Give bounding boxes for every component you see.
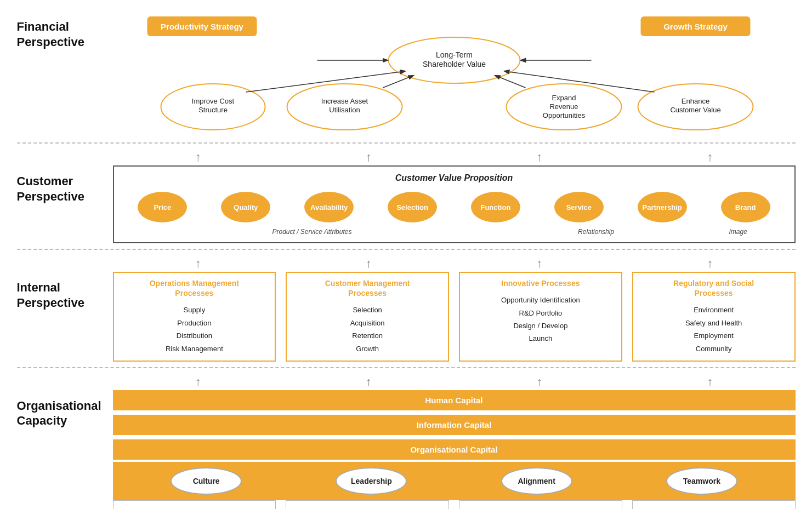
org-capital-bar: Organisational Capital: [113, 439, 796, 460]
internal-label: Internal Perspective: [17, 280, 107, 310]
customer-box-title: Customer Value Proposition: [123, 173, 786, 183]
oval-quality: Quality: [221, 192, 270, 222]
oval-partnership: Partnership: [638, 192, 687, 222]
up-arrow-9: ↑: [195, 375, 201, 389]
financial-label-col: Financial Perspective: [17, 11, 113, 137]
org-col-boxes: [113, 500, 796, 509]
up-arrow-3: ↑: [536, 150, 542, 164]
gap-cust-int: ↑ ↑ ↑ ↑: [17, 255, 796, 272]
org-oval-row: Culture Leadership Alignment Teamwork: [113, 462, 796, 500]
cust-mgmt-items: SelectionAcquisitionRetentionGrowth: [293, 304, 441, 355]
growth-strategy-label: Growth Strategy: [663, 22, 728, 31]
up-arrow-10: ↑: [366, 375, 372, 389]
oval-asset-label: Increase Asset: [321, 97, 368, 105]
oval-leadership: Leadership: [336, 467, 407, 495]
internal-label-col: Internal Perspective: [17, 272, 113, 362]
oval-cost-label: Improve Cost: [191, 97, 234, 105]
oval-brand: Brand: [721, 192, 770, 222]
oval-enhance-label: Enhance: [681, 97, 709, 105]
svg-line-17: [495, 76, 525, 88]
org-col-box-3: [459, 500, 622, 509]
up-arrow-7: ↑: [536, 256, 542, 271]
up-arrow-5: ↑: [195, 256, 201, 271]
financial-main: Productivity Strategy Growth Strategy Lo…: [113, 11, 796, 137]
customer-label: Customer Perspective: [17, 174, 107, 204]
innovative-items: Opportunity IdentificationR&D PortfolioD…: [467, 294, 615, 345]
productivity-strategy-label: Productivity Strategy: [161, 22, 244, 31]
oval-price: Price: [138, 192, 187, 222]
svg-text:Revenue: Revenue: [549, 102, 578, 111]
up-arrow-1: ↑: [195, 150, 201, 164]
divider-3: [17, 367, 796, 368]
oval-expand-label: Expand: [552, 94, 576, 102]
internal-section: Internal Perspective Operations Manageme…: [17, 272, 796, 362]
up-arrow-2: ↑: [366, 150, 372, 164]
regulatory-title: Regulatory and SocialProcesses: [640, 278, 788, 298]
gap-content-3: ↑ ↑ ↑ ↑: [113, 374, 796, 390]
gap-fin-cust: ↑ ↑ ↑ ↑: [17, 149, 796, 165]
gap-content-2: ↑ ↑ ↑ ↑: [113, 255, 796, 272]
innovative-title: Innovative Processes: [467, 278, 615, 288]
org-main: Human Capital Information Capital Organi…: [113, 390, 796, 509]
regulatory-items: EnvironmentSafety and HealthEmploymentCo…: [640, 304, 788, 355]
oval-labels: Product / Service Attributes Relationshi…: [123, 228, 786, 236]
regulatory-box: Regulatory and SocialProcesses Environme…: [632, 272, 796, 362]
up-arrow-6: ↑: [366, 256, 372, 271]
financial-svg: Productivity Strategy Growth Strategy Lo…: [113, 11, 796, 137]
org-capital-wrapper: Organisational Capital Culture Leadershi…: [113, 439, 796, 500]
oval-alignment: Alignment: [501, 467, 572, 495]
gap-content-1: ↑ ↑ ↑ ↑: [113, 149, 796, 165]
internal-boxes: Operations ManagementProcesses SupplyPro…: [113, 272, 796, 362]
internal-main: Operations ManagementProcesses SupplyPro…: [113, 272, 796, 362]
cust-mgmt-box: Customer ManagementProcesses SelectionAc…: [286, 272, 449, 362]
svg-text:Customer Value: Customer Value: [670, 106, 720, 114]
human-capital-bar: Human Capital: [113, 390, 796, 410]
innovative-box: Innovative Processes Opportunity Identif…: [459, 272, 622, 362]
diagram-wrapper: Financial Perspective Productivity Strat…: [0, 0, 812, 509]
svg-text:Utilisation: Utilisation: [329, 106, 360, 114]
org-section: Organisational Capacity Human Capital In…: [17, 390, 796, 509]
up-arrow-11: ↑: [536, 375, 542, 389]
org-col-box-4: [632, 500, 796, 509]
relationship-label: Relationship: [501, 228, 690, 236]
financial-label: Financial Perspective: [17, 19, 107, 49]
customer-value-proposition-box: Customer Value Proposition Price Quality…: [113, 165, 796, 243]
svg-text:Shareholder Value: Shareholder Value: [423, 60, 486, 68]
cust-mgmt-title: Customer ManagementProcesses: [293, 278, 441, 298]
image-label: Image: [691, 228, 786, 236]
oval-row: Price Quality Availability Selection Fun…: [123, 192, 786, 222]
svg-text:Structure: Structure: [198, 106, 228, 114]
customer-main: Customer Value Proposition Price Quality…: [113, 165, 796, 243]
customer-section: Customer Perspective Customer Value Prop…: [17, 165, 796, 243]
ops-mgmt-box: Operations ManagementProcesses SupplyPro…: [113, 272, 276, 362]
center-oval-label: Long-Term: [436, 50, 473, 59]
full-diagram: Financial Perspective Productivity Strat…: [17, 11, 796, 509]
financial-section: Financial Perspective Productivity Strat…: [17, 11, 796, 137]
up-arrow-8: ↑: [707, 256, 713, 271]
customer-label-col: Customer Perspective: [17, 165, 113, 243]
financial-svg-container: Productivity Strategy Growth Strategy Lo…: [113, 11, 796, 137]
org-content: Human Capital Information Capital Organi…: [113, 390, 796, 509]
oval-service: Service: [554, 192, 604, 222]
product-service-label: Product / Service Attributes: [123, 228, 502, 236]
up-arrow-12: ↑: [707, 375, 713, 389]
oval-function: Function: [471, 192, 520, 222]
svg-text:Opportunities: Opportunities: [542, 111, 585, 119]
divider-2: [17, 249, 796, 250]
oval-culture: Culture: [171, 467, 242, 495]
ops-mgmt-title: Operations ManagementProcesses: [121, 278, 269, 298]
oval-teamwork: Teamwork: [666, 467, 737, 495]
org-col-box-1: [113, 500, 276, 509]
up-arrow-4: ↑: [707, 150, 713, 164]
org-col-box-2: [286, 500, 449, 509]
oval-availability: Availability: [304, 192, 354, 222]
ops-mgmt-items: SupplyProductionDistributionRisk Managem…: [121, 304, 269, 355]
oval-selection: Selection: [388, 192, 437, 222]
org-label-col: Organisational Capacity: [17, 390, 113, 509]
org-label: Organisational Capacity: [17, 398, 107, 428]
info-capital-bar: Information Capital: [113, 415, 796, 435]
gap-int-org: ↑ ↑ ↑ ↑: [17, 374, 796, 390]
divider-1: [17, 142, 796, 144]
svg-line-16: [383, 76, 413, 88]
